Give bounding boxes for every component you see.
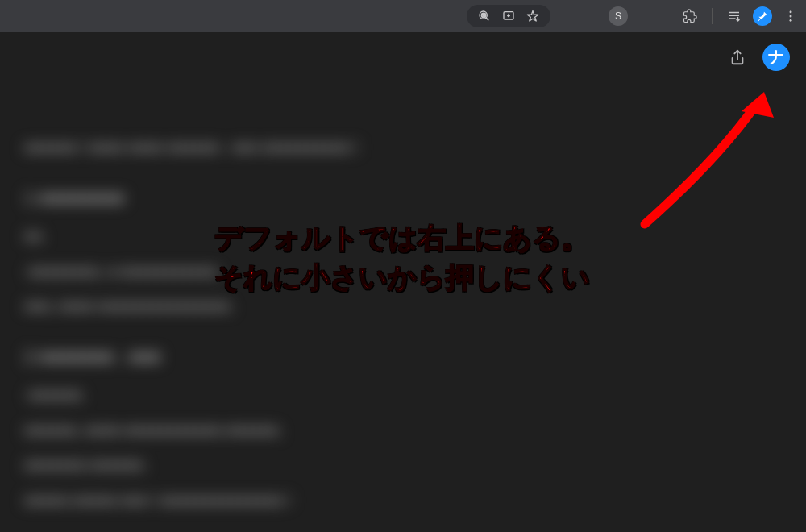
profile-avatar[interactable]: S (609, 6, 628, 26)
blurred-line: ■■■■■■ I ■■■■ ■■■■ ■■■■■■ . ■■■ ■■■■■■■■… (24, 132, 540, 164)
extensions-icon[interactable] (683, 9, 697, 23)
svg-point-10 (790, 19, 792, 22)
reading-list-icon[interactable] (727, 9, 742, 23)
blurred-line: -■■■■■■. (24, 380, 540, 412)
svg-point-9 (790, 15, 792, 18)
share-icon[interactable] (729, 48, 746, 66)
blurred-line: -■■■■■■■■, ■-■■■■■■■■■■■. (24, 256, 540, 289)
kebab-menu-icon[interactable] (783, 9, 798, 23)
svg-marker-11 (742, 92, 774, 118)
blurred-line: ■■. (24, 221, 540, 253)
svg-point-8 (790, 10, 792, 13)
page-top-actions: ナ (729, 44, 790, 71)
blurred-heading: 2 ■■■■■■■ . ■■■ (24, 338, 540, 376)
address-bar-actions (467, 5, 550, 27)
annotation-arrow-icon (629, 87, 790, 232)
zoom-icon[interactable] (478, 10, 491, 23)
avatar-letter: S (615, 10, 621, 22)
blurred-line: ■■■, ■■■■-■■■■■■■■■■■■■■■. (24, 291, 540, 323)
blurred-line: ■■■■■■, ■■■■-■■■■■■■■■■■-■■■■■■. (24, 415, 540, 447)
bookmark-star-icon[interactable] (526, 10, 539, 23)
app-logo-label: ナ (768, 46, 784, 68)
blurred-line: ■■■■■-■■■■■-■■■ I ■■■■■■■■■■■■■■ I (24, 485, 540, 517)
blurred-line: ■■■■■■■-■■■■■■. (24, 450, 540, 482)
install-icon[interactable] (502, 10, 515, 23)
page-content: ナ ■■■■■■ I ■■■■ ■■■■ ■■■■■■ . ■■■ ■■■■■■… (0, 32, 806, 532)
toolbar-right: S (609, 6, 798, 26)
toolbar-divider (712, 8, 713, 24)
blurred-heading: 1 ■■■■■■■■ (24, 179, 540, 218)
browser-toolbar: S (0, 0, 806, 32)
app-logo-icon[interactable]: ナ (762, 44, 790, 71)
svg-line-1 (486, 18, 488, 20)
pinned-extension-icon[interactable] (753, 6, 772, 26)
blurred-article-body: ■■■■■■ I ■■■■ ■■■■ ■■■■■■ . ■■■ ■■■■■■■■… (24, 129, 540, 521)
